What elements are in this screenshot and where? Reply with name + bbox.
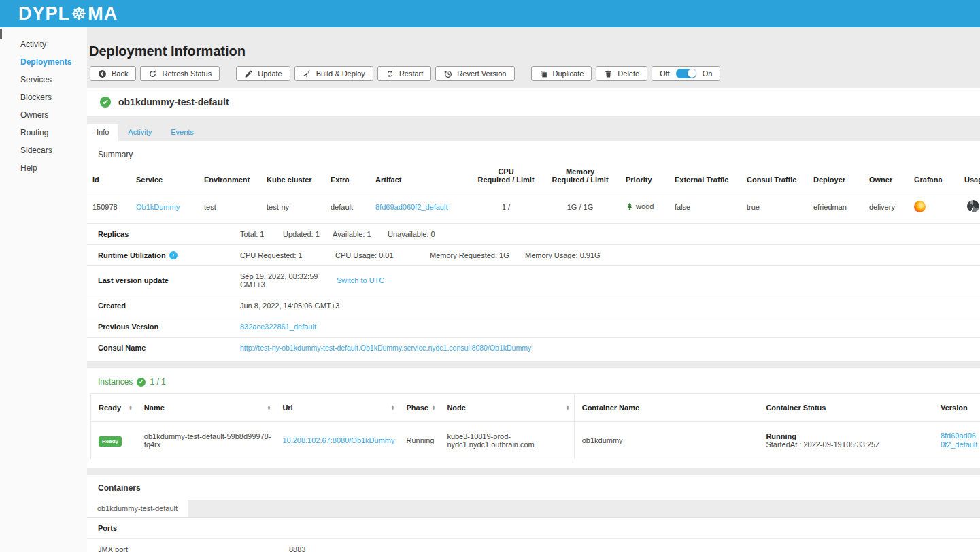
sidebar-scrollbar[interactable] — [0, 29, 2, 39]
col-extra: Extra — [325, 165, 370, 191]
instances-card: Instances ✔ 1 / 1 Ready▲▼ Name▲▼ Url▲▼ P… — [87, 368, 980, 468]
col-service: Service — [131, 165, 199, 191]
col-priority: Priority — [620, 165, 669, 191]
summary-header-row: Id Service Environment Kube cluster Extr… — [87, 165, 980, 191]
cell-external-traffic: false — [669, 191, 741, 223]
container-tab-ob1kdummy-test-default[interactable]: ob1kdummy-test-default — [87, 500, 188, 517]
duplicate-button[interactable]: Duplicate — [531, 66, 592, 81]
grafana-icon[interactable] — [914, 201, 926, 212]
sort-url-icon[interactable]: ▲▼ — [391, 405, 395, 410]
col-consul-traffic: Consul Traffic — [741, 165, 808, 191]
info-icon[interactable]: i — [169, 251, 178, 259]
cell-kube-cluster: test-ny — [261, 191, 325, 223]
cell-environment: test — [199, 191, 261, 223]
switch-to-utc-link[interactable]: Switch to UTC — [337, 276, 384, 285]
summary-data-row: 150978 Ob1kDummy test test-ny default 8f… — [87, 191, 980, 223]
last-version-update-row: Last version update Sep 19, 2022, 08:32:… — [87, 265, 980, 295]
artifact-link[interactable]: 8fd69ad060f2_default — [375, 203, 447, 211]
memory-requested: Memory Requested: 1G — [430, 251, 525, 259]
previous-version-row: Previous Version 832ace322861_default — [87, 316, 980, 337]
container-status-state: Running — [766, 432, 929, 440]
cell-extra: default — [325, 191, 370, 223]
cell-owner: delivery — [864, 191, 909, 223]
container-status-started: StartedAt : 2022-09-19T05:33:25Z — [766, 440, 929, 449]
instances-heading: Instances ✔ 1 / 1 — [90, 376, 977, 393]
restart-button[interactable]: Restart — [377, 66, 431, 81]
cell-container-status: Running StartedAt : 2022-09-19T05:33:25Z — [758, 422, 933, 459]
replicas-total: Total: 1 — [240, 230, 283, 238]
sidebar-nav: Activity Deployments Services Blockers O… — [0, 27, 87, 552]
trash-icon — [604, 69, 613, 78]
sort-name-icon[interactable]: ▲▼ — [267, 405, 271, 410]
previous-version-link[interactable]: 832ace322861_default — [240, 323, 316, 331]
sidebar-item-sidecars[interactable]: Sidecars — [0, 142, 87, 159]
runtime-utilization-label: Runtime Utilization i — [98, 251, 240, 259]
tab-info[interactable]: Info — [87, 124, 118, 141]
created-row: Created Jun 8, 2022, 14:05:06 GMT+3 — [87, 295, 980, 316]
toggle-on-label: On — [703, 69, 713, 78]
instances-check-icon: ✔ — [137, 378, 146, 387]
sidebar-item-activity[interactable]: Activity — [0, 35, 87, 53]
sidebar-item-help[interactable]: Help — [0, 159, 87, 177]
sort-ready-icon[interactable]: ▲▼ — [129, 405, 133, 410]
port-row-jmx: JMX port 8883 — [87, 539, 980, 552]
consul-name-row: Consul Name http://test-ny-ob1kdummy-tes… — [87, 337, 980, 358]
cell-cpu: 1 / — [472, 191, 540, 223]
sidebar-item-blockers[interactable]: Blockers — [0, 88, 87, 106]
instance-url-link[interactable]: 10.208.102.67:8080/Ob1kDummy — [282, 436, 394, 444]
cell-ready: Ready — [91, 422, 137, 459]
logo-text-prefix: DYPL — [18, 3, 70, 25]
restart-icon — [386, 69, 394, 78]
rocket-icon — [303, 69, 311, 78]
cell-service: Ob1kDummy — [131, 191, 199, 223]
sidebar-item-routing[interactable]: Routing — [0, 124, 87, 142]
ready-badge: Ready — [99, 436, 122, 447]
toggle-knob[interactable] — [688, 69, 696, 78]
cpu-usage: CPU Usage: 0.01 — [335, 251, 430, 259]
sort-phase-icon[interactable]: ▲▼ — [431, 405, 435, 410]
jmx-port-value: 8883 — [289, 545, 305, 552]
previous-version-label: Previous Version — [98, 323, 240, 331]
instance-row: Ready ob1kdummy-test-default-59b8d99978-… — [91, 422, 980, 459]
consul-name-link[interactable]: http://test-ny-ob1kdummy-test-default.Ob… — [240, 344, 531, 352]
update-button[interactable]: Update — [236, 66, 290, 81]
top-app-bar: DYPL☸MA — [0, 0, 980, 27]
containers-card: Containers ob1kdummy-test-default Ports … — [87, 475, 980, 552]
col-environment: Environment — [199, 165, 261, 191]
col-url: Url▲▼ — [275, 394, 399, 422]
cell-url: 10.208.102.67:8080/Ob1kDummy — [275, 422, 399, 459]
cell-id: 150978 — [87, 191, 131, 223]
app-logo[interactable]: DYPL☸MA — [18, 3, 118, 25]
jmx-port-label: JMX port — [98, 545, 289, 552]
deployment-name: ob1kdummy-test-default — [118, 97, 229, 108]
replicas-available: Available: 1 — [333, 230, 388, 238]
sidebar-item-deployments[interactable]: Deployments — [0, 53, 87, 71]
tab-activity[interactable]: Activity — [118, 124, 161, 141]
delete-button[interactable]: Delete — [596, 66, 647, 81]
last-version-update-label: Last version update — [98, 276, 240, 285]
refresh-status-button[interactable]: Refresh Status — [140, 66, 220, 81]
toggle-switch[interactable] — [676, 69, 696, 78]
tab-events[interactable]: Events — [161, 124, 203, 141]
on-off-toggle[interactable]: Off On — [652, 66, 720, 81]
sort-node-icon[interactable]: ▲▼ — [566, 405, 570, 410]
back-button[interactable]: Back — [90, 66, 136, 81]
col-owner: Owner — [864, 165, 909, 191]
service-link[interactable]: Ob1kDummy — [136, 203, 180, 211]
logo-text-suffix: MA — [88, 3, 118, 25]
col-grafana: Grafana — [909, 165, 964, 191]
instances-title: Instances — [98, 377, 133, 387]
build-deploy-button[interactable]: Build & Deploy — [294, 66, 373, 81]
instance-version-link[interactable]: 8fd69ad060f2_default — [941, 432, 980, 449]
sidebar-item-services[interactable]: Services — [0, 71, 87, 88]
summary-heading: Summary — [87, 141, 980, 165]
usage-pie-icon[interactable] — [967, 200, 979, 212]
col-cpu: CPURequired / Limit — [472, 165, 540, 191]
col-node: Node▲▼ — [439, 394, 574, 422]
revert-version-button[interactable]: Revert Version — [435, 66, 514, 81]
sidebar-item-owners[interactable]: Owners — [0, 106, 87, 124]
main-content: Deployment Information Back Refresh Stat… — [87, 27, 980, 552]
toggle-off-label: Off — [660, 69, 669, 78]
col-kube-cluster: Kube cluster — [261, 165, 325, 191]
action-toolbar: Back Refresh Status Update Build & Deplo… — [90, 66, 980, 81]
